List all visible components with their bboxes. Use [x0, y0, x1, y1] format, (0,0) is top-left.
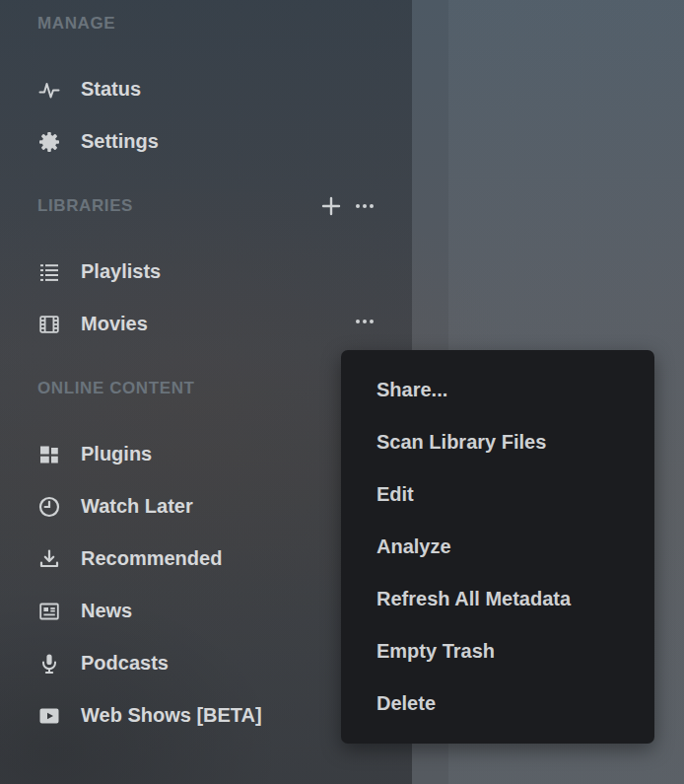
play-icon — [37, 704, 61, 728]
section-header-label: MANAGE — [37, 14, 115, 34]
film-icon — [37, 313, 61, 336]
more-dots-icon[interactable] — [353, 310, 376, 333]
sidebar-item-label: Recommended — [81, 547, 376, 570]
sidebar-section-libraries: LIBRARIES — [0, 189, 412, 350]
section-items: Playlists — [0, 246, 412, 350]
section-items: Status Sett — [0, 63, 412, 168]
sidebar-item-label: Web Shows [BETA] — [81, 704, 376, 727]
sidebar-item-status[interactable]: Status — [0, 63, 412, 115]
menu-item-empty-trash[interactable]: Empty Trash — [341, 625, 654, 677]
sidebar-section-manage: MANAGE Status — [0, 7, 412, 168]
section-header-manage: MANAGE — [0, 7, 412, 40]
sidebar-item-settings[interactable]: Settings — [0, 115, 412, 168]
section-header-libraries: LIBRARIES — [0, 189, 412, 223]
plus-icon[interactable] — [319, 194, 343, 218]
menu-item-scan-library-files[interactable]: Scan Library Files — [341, 416, 654, 468]
sidebar-item-label: Status — [81, 78, 376, 101]
menu-item-edit[interactable]: Edit — [341, 468, 654, 521]
plex-app-window: MANAGE Status — [0, 0, 684, 784]
section-header-label: ONLINE CONTENT — [37, 379, 195, 398]
sidebar-item-movies[interactable]: Movies — [0, 298, 412, 350]
section-header-label: LIBRARIES — [37, 196, 133, 216]
sidebar-item-label: News — [81, 600, 376, 622]
libraries-header-actions — [319, 194, 376, 218]
activity-icon — [37, 78, 61, 102]
sidebar-item-label: Podcasts — [81, 652, 376, 675]
sidebar-item-label: Movies — [81, 313, 333, 335]
library-context-menu: Share... Scan Library Files Edit Analyze… — [341, 350, 654, 744]
menu-item-refresh-all-metadata[interactable]: Refresh All Metadata — [341, 573, 654, 625]
sidebar-item-label: Playlists — [81, 260, 376, 283]
sidebar-item-playlists[interactable]: Playlists — [0, 246, 412, 298]
menu-item-analyze[interactable]: Analyze — [341, 521, 654, 573]
news-icon — [37, 600, 61, 623]
download-icon — [37, 547, 61, 571]
gear-icon — [37, 130, 61, 154]
more-dots-icon[interactable] — [353, 194, 376, 218]
sidebar-item-label: Plugins — [81, 443, 376, 465]
plugins-icon — [37, 443, 61, 466]
menu-item-delete[interactable]: Delete — [341, 677, 654, 730]
playlist-icon — [37, 260, 61, 284]
microphone-icon — [37, 652, 61, 676]
sidebar-item-label: Watch Later — [81, 495, 376, 518]
menu-item-share[interactable]: Share... — [341, 364, 654, 416]
sidebar-item-label: Settings — [81, 130, 376, 153]
movies-row-action — [353, 310, 376, 338]
clock-icon — [37, 495, 61, 519]
